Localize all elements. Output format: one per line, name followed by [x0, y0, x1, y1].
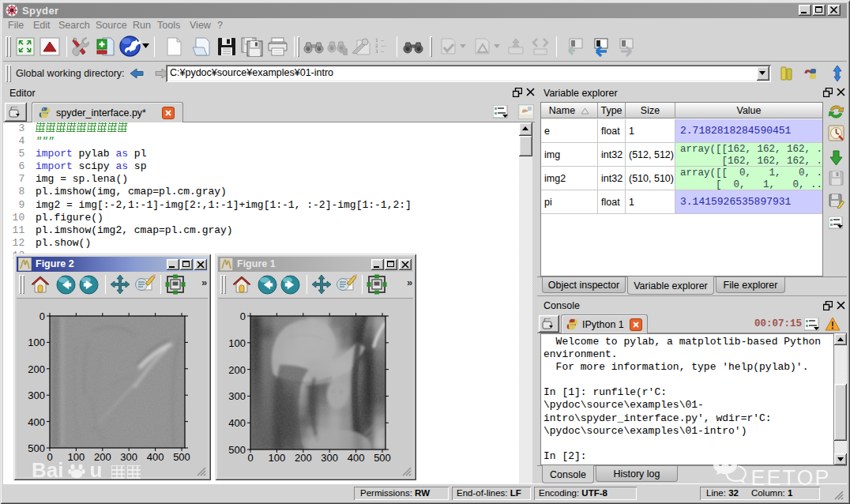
- svg-text:3 —: 3 —: [375, 48, 384, 54]
- svg-text:0: 0: [247, 452, 253, 464]
- svg-text:500: 500: [173, 451, 190, 463]
- svg-text:500: 500: [228, 444, 246, 456]
- svg-text:500: 500: [28, 442, 45, 454]
- svg-text:400: 400: [228, 417, 246, 429]
- svg-text:400: 400: [147, 451, 164, 463]
- svg-text:200: 200: [228, 364, 246, 376]
- svg-text:2 —-: 2 —-: [375, 43, 386, 48]
- svg-text:0: 0: [240, 310, 246, 322]
- svg-text:200: 200: [28, 363, 45, 375]
- svg-text:1 —: 1 —: [375, 37, 384, 43]
- svg-text:500: 500: [374, 452, 391, 464]
- svg-text:300: 300: [228, 390, 246, 402]
- svg-text:300: 300: [28, 389, 45, 401]
- svg-text:100: 100: [28, 337, 45, 348]
- svg-text:400: 400: [348, 452, 365, 464]
- svg-text:0: 0: [39, 310, 45, 322]
- svg-text:400: 400: [28, 416, 45, 428]
- svg-text:300: 300: [321, 452, 338, 464]
- svg-text:200: 200: [295, 452, 312, 464]
- svg-text:100: 100: [228, 337, 246, 349]
- svg-text:100: 100: [269, 452, 286, 464]
